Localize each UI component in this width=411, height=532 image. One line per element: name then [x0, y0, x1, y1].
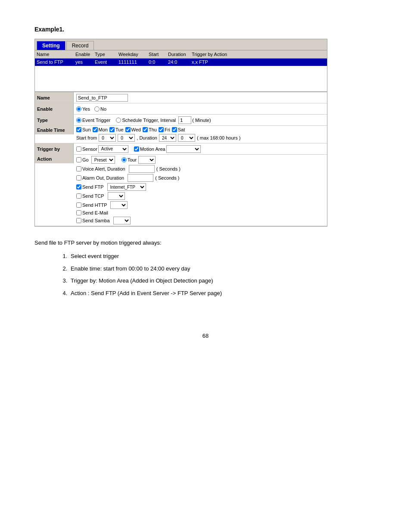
samba-select[interactable] — [113, 217, 131, 224]
tab-bar: Setting Record — [35, 39, 327, 50]
duration-min-select[interactable]: 0153045 — [178, 134, 195, 142]
trigger-by-label: Trigger by — [35, 143, 74, 154]
cb-sun[interactable]: Sun — [76, 127, 91, 132]
cb-sensor[interactable]: Sensor — [76, 146, 97, 152]
name-row: Name — [35, 92, 327, 103]
form-section: Name Enable Yes No Type — [35, 92, 327, 226]
trigger-by-row: Trigger by Sensor Active Inactive Motion… — [35, 143, 327, 155]
sensor-select[interactable]: Active Inactive — [98, 145, 128, 153]
name-label: Name — [35, 92, 74, 103]
table-empty-area — [35, 66, 327, 92]
step-1: Select event trigger — [69, 252, 377, 261]
row-type: Event — [95, 59, 118, 65]
instructions: Send file to FTP server by motion trigge… — [34, 239, 377, 298]
action-samba-row: Send Samba — [76, 217, 131, 224]
duration-hour-select[interactable]: 24124812 — [159, 134, 176, 142]
enable-time-label: Enable Time — [35, 126, 74, 134]
name-input[interactable] — [76, 94, 128, 102]
intro-text: Send file to FTP server by motion trigge… — [34, 239, 377, 248]
row-enable: yes — [75, 59, 95, 65]
enable-label: Enable — [35, 103, 74, 114]
step-4: Action : Send FTP (Add in Event Server -… — [69, 289, 377, 298]
enable-time-row: Enable Time Sun Mon Tue — [35, 126, 327, 143]
start-hour-select[interactable]: 0161218 — [99, 134, 116, 142]
cb-motion[interactable]: Motion Area — [134, 146, 165, 152]
cb-mon[interactable]: Mon — [93, 127, 108, 132]
duration-label-inline: , Duration — [137, 135, 157, 140]
interval-input[interactable] — [178, 116, 191, 124]
action-row: Action Go Preset Tour — [35, 155, 327, 226]
voice-seconds-label: ( Seconds ) — [156, 166, 181, 171]
enable-time-value: Sun Mon Tue Wed — [74, 126, 327, 143]
cb-thu[interactable]: Thu — [143, 127, 157, 132]
row-duration: 24:0 — [168, 59, 192, 65]
weekday-row: Sun Mon Tue Wed — [76, 127, 185, 132]
cb-fri[interactable]: Fri — [159, 127, 170, 132]
tab-record[interactable]: Record — [66, 41, 94, 50]
row-start: 0:0 — [149, 59, 168, 65]
enable-yes-radio[interactable]: Yes — [76, 106, 90, 112]
cb-alarm[interactable]: Alarm Out, Duration — [76, 175, 124, 180]
action-ftp-row: Send FTP Internet_FTP — [76, 183, 146, 191]
type-schedule-radio[interactable]: Schedule Trigger, Interval — [116, 118, 176, 123]
trigger-by-value: Sensor Active Inactive Motion Area — [74, 143, 327, 154]
cb-wed[interactable]: Wed — [125, 127, 141, 132]
action-label: Action — [35, 155, 74, 163]
col-weekday: Weekday — [118, 52, 149, 57]
enable-no-radio[interactable]: No — [94, 106, 106, 112]
cb-sat[interactable]: Sat — [172, 127, 185, 132]
enable-row: Enable Yes No — [35, 103, 327, 115]
action-value: Go Preset Tour — [74, 155, 327, 226]
enable-value: Yes No — [74, 103, 327, 114]
type-row: Type Event Trigger Schedule Trigger, Int… — [35, 115, 327, 126]
http-select[interactable] — [110, 201, 128, 209]
action-tcp-row: Send TCP — [76, 192, 125, 200]
action-email-row: Send E-Mail — [76, 210, 108, 215]
tour-select[interactable] — [138, 156, 156, 164]
action-go-tour-row: Go Preset Tour — [76, 156, 156, 164]
ui-container: Setting Record Name Enable Type Weekday … — [34, 39, 327, 227]
type-value: Event Trigger Schedule Trigger, Interval… — [74, 115, 327, 125]
start-min-select[interactable]: 0153045 — [118, 134, 135, 142]
steps-list: Select event trigger Enable time: start … — [69, 252, 377, 298]
tour-radio[interactable]: Tour — [121, 157, 137, 162]
step-2: Enable time: start from 00:00 to 24:00 e… — [69, 264, 377, 274]
action-alarm-row: Alarm Out, Duration ( Seconds ) — [76, 174, 179, 182]
example-title: Example1. — [34, 26, 377, 33]
tcp-select[interactable] — [108, 192, 125, 200]
tab-setting[interactable]: Setting — [37, 41, 65, 50]
motion-select[interactable] — [166, 145, 201, 153]
col-type: Type — [95, 52, 118, 57]
interval-unit: ( Minute) — [192, 118, 211, 123]
alarm-duration-input[interactable] — [128, 174, 153, 182]
cb-samba[interactable]: Send Samba — [76, 218, 110, 223]
start-from-label: Start from — [76, 135, 97, 140]
row-trigger-action: x,x FTP — [192, 59, 243, 65]
table-header: Name Enable Type Weekday Start Duration … — [35, 50, 327, 59]
type-event-radio[interactable]: Event Trigger — [76, 118, 110, 123]
row-name: Send to FTP — [37, 59, 75, 65]
col-enable: Enable — [75, 52, 95, 57]
cb-ftp[interactable]: Send FTP — [76, 184, 104, 190]
time-row: Start from 0161218 0153045 , Duration 24… — [76, 134, 241, 142]
voice-duration-input[interactable] — [129, 165, 155, 173]
cb-voice[interactable]: Voice Alert, Duration — [76, 166, 125, 171]
table-row[interactable]: Send to FTP yes Event 1111111 0:0 24:0 x… — [35, 59, 327, 66]
col-trigger-action: Trigger by Action — [192, 52, 243, 57]
cb-go[interactable]: Go — [76, 157, 89, 162]
col-duration: Duration — [168, 52, 192, 57]
page-number: 68 — [34, 333, 377, 339]
cb-http[interactable]: Send HTTP — [76, 202, 107, 208]
ftp-select[interactable]: Internet_FTP — [107, 183, 146, 191]
action-http-row: Send HTTP — [76, 201, 128, 209]
col-start: Start — [149, 52, 168, 57]
preset-select[interactable]: Preset — [91, 156, 115, 164]
action-voice-row: Voice Alert, Duration ( Seconds ) — [76, 165, 181, 173]
cb-tcp[interactable]: Send TCP — [76, 193, 104, 199]
col-name: Name — [37, 52, 75, 57]
cb-email[interactable]: Send E-Mail — [76, 210, 108, 215]
type-label: Type — [35, 115, 74, 125]
row-weekday: 1111111 — [118, 59, 149, 65]
max-duration-label: ( max 168:00 hours ) — [197, 135, 241, 140]
cb-tue[interactable]: Tue — [109, 127, 124, 132]
